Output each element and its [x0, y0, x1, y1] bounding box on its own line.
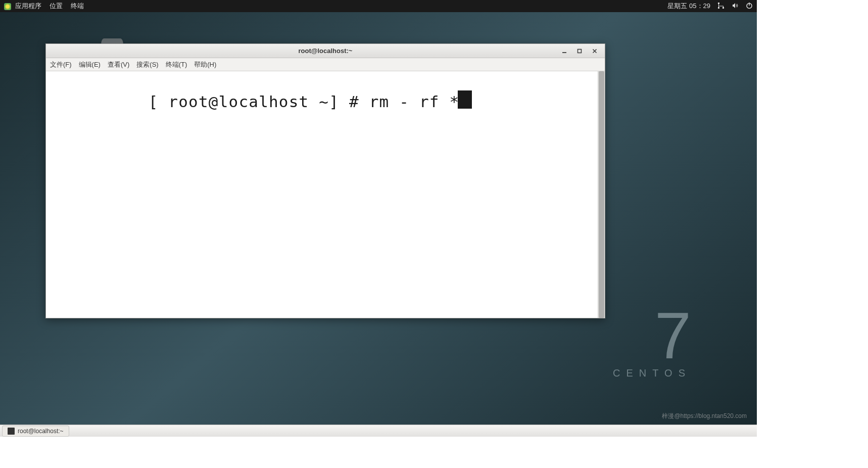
watermark-text: 梓漫@https://blog.ntan520.com: [662, 412, 747, 420]
places-menu[interactable]: 位置: [50, 2, 63, 11]
terminal-content[interactable]: [ root@localhost ~] # rm - rf *: [46, 71, 598, 318]
menu-help[interactable]: 帮助(H): [194, 60, 216, 69]
menu-search[interactable]: 搜索(S): [136, 60, 158, 69]
terminal-menu-shortcut[interactable]: 终端: [71, 2, 84, 11]
minimize-button[interactable]: [560, 47, 568, 55]
power-icon[interactable]: [746, 2, 753, 11]
applications-menu[interactable]: 应用程序: [4, 2, 41, 11]
terminal-window: root@localhost:~ 文件(F) 编辑(E) 查看(V): [45, 43, 605, 318]
terminal-body[interactable]: [ root@localhost ~] # rm - rf *: [46, 71, 605, 318]
svg-rect-1: [718, 7, 719, 9]
applications-label: 应用程序: [15, 2, 41, 10]
menu-view[interactable]: 查看(V): [108, 60, 129, 69]
svg-rect-6: [578, 49, 582, 53]
svg-rect-0: [718, 3, 719, 4]
centos-version: 7: [613, 303, 691, 368]
menu-edit[interactable]: 编辑(E): [79, 60, 101, 69]
terminal-titlebar[interactable]: root@localhost:~: [46, 44, 605, 58]
desktop: 7 CENTOS 梓漫@https://blog.ntan520.com roo…: [0, 12, 757, 425]
gnome-logo-icon: [4, 3, 11, 10]
network-icon[interactable]: [717, 2, 725, 11]
window-title: root@localhost:~: [299, 47, 353, 55]
close-button[interactable]: [591, 47, 599, 55]
bottom-taskbar: root@localhost:~: [0, 425, 757, 437]
menu-file[interactable]: 文件(F): [50, 60, 72, 69]
svg-rect-2: [722, 7, 724, 9]
menu-terminal[interactable]: 终端(T): [166, 60, 187, 69]
terminal-prompt: [ root@localhost ~] #: [149, 92, 369, 111]
top-panel: 应用程序 位置 终端 星期五 05：29: [0, 0, 757, 12]
taskbar-item-label: root@localhost:~: [18, 428, 64, 435]
terminal-scrollbar[interactable]: [598, 71, 605, 318]
terminal-command: rm - rf *: [369, 92, 460, 111]
volume-icon[interactable]: [732, 2, 739, 11]
maximize-button[interactable]: [575, 47, 584, 55]
terminal-menubar: 文件(F) 编辑(E) 查看(V) 搜索(S) 终端(T) 帮助(H): [46, 58, 605, 71]
datetime-label[interactable]: 星期五 05：29: [667, 2, 710, 11]
terminal-icon: [8, 428, 15, 435]
terminal-cursor: [458, 90, 472, 109]
scrollbar-thumb[interactable]: [599, 71, 604, 318]
taskbar-terminal-item[interactable]: root@localhost:~: [2, 426, 69, 437]
centos-branding: 7 CENTOS: [613, 303, 691, 379]
centos-label: CENTOS: [613, 367, 691, 379]
